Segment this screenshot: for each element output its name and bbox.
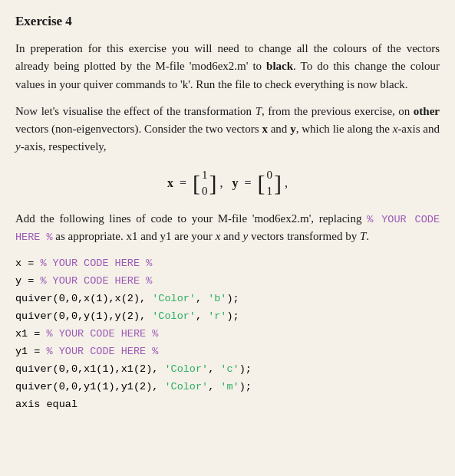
bracket-right-2: ]	[274, 172, 282, 195]
matrix-y-expr: y = [ 0 1 ] ,	[232, 167, 288, 199]
code-semi-4: );	[239, 381, 252, 392]
code-comma-4: ,	[208, 381, 220, 392]
code-line-5: x1 = % YOUR CODE HERE %	[15, 326, 440, 343]
code-line-6: y1 = % YOUR CODE HERE %	[15, 343, 440, 361]
matrix-x-content: 1 0	[200, 167, 209, 199]
code-color-str-4: 'Color'	[164, 381, 208, 392]
code-comment-4: % YOUR CODE HERE %	[47, 346, 159, 357]
paragraph-3: Add the following lines of code to your …	[15, 210, 440, 247]
code-line-1: x = % YOUR CODE HERE %	[15, 255, 440, 273]
code-line-4: quiver(0,0,y(1),y(2), 'Color', 'r');	[15, 308, 440, 326]
code-c-str: 'c'	[220, 363, 239, 375]
matrix-x-row2: 0	[202, 183, 208, 199]
matrix-y-row1: 0	[267, 167, 273, 183]
matrix-x: [ 1 0 ]	[193, 167, 217, 199]
matrix-x-expr: x = [ 1 0 ] ,	[167, 167, 229, 199]
code-line-9: axis equal	[15, 396, 440, 414]
code-b-str: 'b'	[208, 293, 226, 304]
matrix-x-row1: 1	[202, 167, 208, 183]
code-m-str: 'm'	[220, 381, 239, 392]
code-comma-1: ,	[196, 293, 208, 304]
p3-text: Add the following lines of code to your …	[15, 212, 367, 225]
bracket-left-2: [	[258, 172, 265, 195]
matrix-y: [ 0 1 ]	[258, 167, 282, 199]
code-quiver-y1: quiver(0,0,y1(1),y1(2),	[15, 381, 164, 392]
code-color-str-1: 'Color'	[152, 293, 196, 304]
code-color-str-3: 'Color'	[164, 363, 208, 375]
code-x-assign: x =	[15, 258, 40, 269]
p3-cont: as appropriate. x1 and y1 are your x and…	[53, 230, 369, 242]
y-label: y	[232, 176, 239, 190]
code-semi-1: );	[226, 293, 239, 304]
code-quiver-x: quiver(0,0,x(1),x(2),	[15, 293, 152, 304]
comma-2: ,	[285, 176, 288, 190]
code-block: x = % YOUR CODE HERE % y = % YOUR CODE H…	[15, 255, 440, 413]
code-line-8: quiver(0,0,y1(1),y1(2), 'Color', 'm');	[15, 379, 440, 396]
code-y-assign: y =	[15, 275, 40, 287]
paragraph-2: Now let's visualise the effect of the tr…	[15, 103, 440, 156]
bracket-right-1: ]	[209, 172, 217, 195]
code-comment-2: % YOUR CODE HERE %	[40, 275, 152, 287]
p2-cont: vectors (non-eigenvectors). Consider the…	[15, 123, 440, 153]
code-comment-3: % YOUR CODE HERE %	[47, 328, 159, 340]
p2-bold: other	[414, 105, 440, 117]
code-color-str-2: 'Color'	[152, 310, 196, 322]
p1-bold: black	[266, 60, 293, 72]
code-line-2: y = % YOUR CODE HERE %	[15, 273, 440, 291]
code-semi-3: );	[239, 363, 252, 375]
p2-T: T	[256, 105, 262, 117]
bracket-left-1: [	[193, 172, 200, 195]
paragraph-1: In preperation for this exercise you wil…	[15, 40, 440, 94]
code-quiver-x1: quiver(0,0,x1(1),x1(2),	[15, 363, 164, 375]
p2-start: Now let's visualise the effect of the tr…	[15, 105, 414, 117]
code-comma-2: ,	[196, 310, 208, 322]
math-display: x = [ 1 0 ] , y = [ 0 1 ] ,	[15, 167, 440, 199]
code-quiver-y: quiver(0,0,y(1),y(2),	[15, 310, 152, 322]
comma-1: ,	[220, 176, 229, 190]
code-y1-assign: y1 =	[15, 346, 47, 357]
equals-1: =	[176, 176, 190, 190]
code-comma-3: ,	[208, 363, 220, 375]
code-line-7: quiver(0,0,x1(1),x1(2), 'Color', 'c');	[15, 361, 440, 379]
code-line-3: quiver(0,0,x(1),x(2), 'Color', 'b');	[15, 291, 440, 308]
code-r-str: 'r'	[208, 310, 226, 322]
code-semi-2: );	[226, 310, 239, 322]
x-label: x	[167, 176, 173, 190]
matrix-y-content: 0 1	[265, 167, 275, 199]
code-comment-1: % YOUR CODE HERE %	[40, 258, 152, 269]
matrix-y-row2: 1	[267, 183, 273, 199]
code-x1-assign: x1 =	[15, 328, 47, 340]
equals-2: =	[242, 176, 255, 190]
code-axis-equal: axis equal	[15, 399, 77, 410]
exercise-title: Exercise 4	[15, 14, 440, 29]
